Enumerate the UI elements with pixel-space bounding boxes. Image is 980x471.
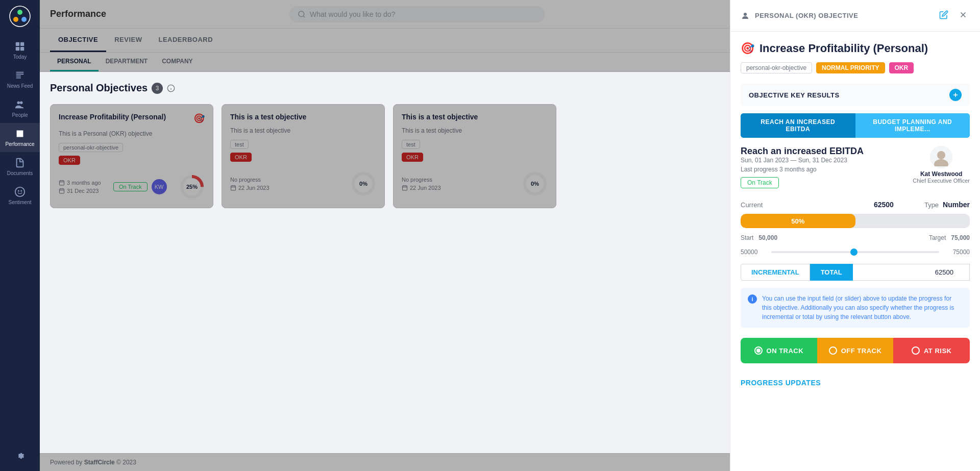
sidebar-item-newsfeed[interactable]: News Feed [0, 65, 40, 94]
tab-department[interactable]: DEPARTMENT [99, 53, 155, 71]
objective-card-1[interactable]: Increase Profitability (Personal) 🎯 This… [50, 104, 213, 208]
tab-company[interactable]: COMPANY [155, 53, 200, 71]
kr-date: Sun, 01 Jan 2023 — Sun, 31 Dec 2023 [741, 157, 864, 164]
sidebar-item-label: News Feed [7, 83, 33, 89]
start-target-row: Start 50,000 Target 75,000 [741, 234, 970, 241]
app-title: Performance [50, 9, 106, 19]
tag-priority: NORMAL PRIORITY [816, 62, 885, 73]
tab-review[interactable]: REVIEW [106, 29, 150, 52]
progress-percent: 50% [791, 217, 804, 225]
right-panel: PERSONAL (OKR) OBJECTIVE 🎯 Increase Prof… [730, 0, 980, 471]
total-input[interactable] [853, 264, 970, 281]
svg-point-13 [299, 11, 304, 17]
sidebar-item-today[interactable]: Today [0, 36, 40, 65]
kr-tabs: REACH AN INCREASED EBITDA BUDGET PLANNIN… [741, 113, 970, 138]
off-track-radio [829, 346, 837, 355]
sidebar-item-performance[interactable]: Performance [0, 123, 40, 152]
card-tag: test [230, 140, 249, 149]
close-button[interactable] [957, 8, 970, 23]
tab-leaderboard[interactable]: LEADERBOARD [150, 29, 221, 52]
sidebar-item-label: Performance [5, 141, 34, 147]
app-logo [9, 5, 31, 28]
kr-status-badge: On Track [741, 177, 779, 188]
kr-title: Reach an increased EBITDA [741, 146, 864, 157]
svg-rect-19 [231, 186, 236, 190]
at-risk-button[interactable]: AT RISK [893, 338, 970, 363]
card-footer: No progress 22 Jun 2023 [230, 171, 376, 196]
card-dates: No progress 22 Jun 2023 [402, 177, 441, 191]
slider-track[interactable] [771, 251, 939, 253]
svg-point-8 [17, 102, 20, 105]
kr-owner: Kat Westwood Chief Executive Officer [913, 146, 970, 184]
sidebar-item-label: Documents [7, 170, 33, 176]
panel-type-label: PERSONAL (OKR) OBJECTIVE [755, 12, 858, 19]
card-tag: test [402, 140, 420, 149]
due-date: 22 Jun 2023 [238, 185, 270, 191]
card-header: Increase Profitability (Personal) 🎯 [59, 113, 205, 124]
svg-rect-7 [20, 47, 24, 51]
current-value: 62500 [874, 201, 894, 209]
card-badge: OKR [59, 156, 80, 165]
svg-point-1 [17, 10, 22, 15]
card-description: This is a Personal (OKR) objective [59, 130, 205, 137]
add-key-result-button[interactable] [949, 89, 962, 101]
progress-bar-container: 50% [741, 214, 970, 228]
svg-point-3 [21, 17, 27, 22]
search-placeholder: What would you like to do? [310, 10, 395, 18]
target-label: Target 75,000 [929, 234, 970, 241]
card-tag: personal-okr-objective [59, 143, 123, 152]
kr-tab-ebitda[interactable]: REACH AN INCREASED EBITDA [741, 113, 855, 138]
objective-card-2[interactable]: This is a test objective This is a test … [222, 104, 385, 208]
at-risk-radio [912, 346, 920, 355]
main-tab-nav: OBJECTIVE REVIEW LEADERBOARD [40, 29, 730, 53]
kr-tab-budget[interactable]: BUDGET PLANNING AND IMPLEME... [855, 113, 970, 138]
sentiment-icon [14, 186, 26, 197]
owner-name: Kat Westwood [920, 170, 962, 178]
svg-rect-4 [16, 42, 19, 46]
panel-tags: personal-okr-objective NORMAL PRIORITY O… [741, 62, 970, 73]
progress-slider-row: 50000 75000 [741, 249, 970, 256]
card-footer: No progress 22 Jun 2023 [402, 171, 548, 196]
incremental-total-row: INCREMENTAL TOTAL [741, 264, 970, 281]
card-header: This is a test objective [230, 113, 376, 121]
progress-updates-heading: PROGRESS UPDATES [741, 374, 970, 392]
on-track-button[interactable]: ON TRACK [741, 338, 817, 363]
sidebar-item-sentiment[interactable]: Sentiment [0, 181, 40, 210]
off-track-button[interactable]: OFF TRACK [817, 338, 894, 363]
svg-point-9 [20, 102, 23, 105]
total-button[interactable]: TOTAL [810, 264, 853, 281]
tab-personal[interactable]: PERSONAL [50, 53, 99, 71]
tag-okr: OKR [889, 62, 914, 73]
progress-ring: 0% [522, 171, 548, 196]
user-avatar: KW [152, 179, 167, 194]
objective-card-3[interactable]: This is a test objective This is a test … [393, 104, 556, 208]
slider-thumb[interactable] [850, 249, 857, 256]
card-badge: OKR [402, 153, 423, 162]
sidebar-item-settings[interactable] [14, 444, 26, 466]
search-icon [298, 10, 306, 18]
card-status: On Track KW [113, 179, 167, 194]
kr-info: Reach an increased EBITDA Sun, 01 Jan 20… [741, 146, 864, 196]
due-date: 31 Dec 2023 [67, 188, 99, 194]
sidebar-item-documents[interactable]: Documents [0, 152, 40, 181]
footer-year: © 2023 [116, 459, 136, 466]
due-date: 22 Jun 2023 [410, 185, 441, 191]
incremental-button[interactable]: INCREMENTAL [741, 264, 810, 281]
sidebar-item-people[interactable]: People [0, 94, 40, 123]
user-icon [741, 11, 750, 20]
tag-personal-okr: personal-okr-objective [741, 62, 812, 73]
info-box: i You can use the input field (or slider… [741, 288, 970, 328]
card-header: This is a test objective [402, 113, 548, 121]
calendar-icon [402, 185, 408, 191]
sidebar-item-label: Today [13, 54, 27, 60]
panel-header-label: PERSONAL (OKR) OBJECTIVE [741, 11, 858, 20]
search-bar[interactable]: What would you like to do? [289, 6, 545, 22]
edit-button[interactable] [937, 8, 950, 23]
svg-point-11 [18, 190, 19, 192]
svg-point-0 [10, 6, 30, 27]
card-dates: No progress 22 Jun 2023 [230, 177, 270, 191]
grid-icon [14, 41, 26, 52]
tab-objective[interactable]: OBJECTIVE [50, 29, 106, 52]
svg-point-10 [15, 187, 24, 196]
card-title: Increase Profitability (Personal) [59, 113, 166, 121]
